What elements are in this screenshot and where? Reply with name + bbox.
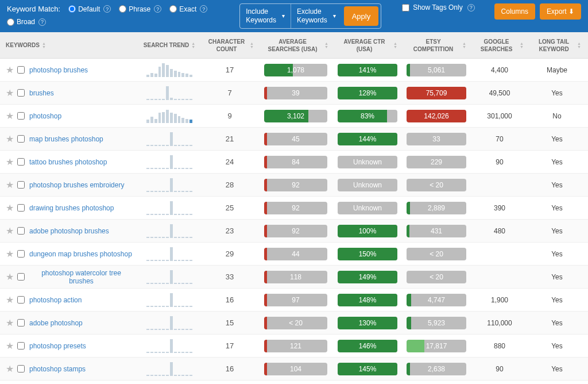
keyword-link[interactable]: drawing brushes photoshop [29,204,114,212]
metric-pill: 75,709 [407,87,466,99]
metric-pill: < 20 [407,248,466,260]
table-row: ★ photoshop presets 17 121 146% 17,817 8… [0,335,588,358]
columns-button[interactable]: Columns [494,3,535,20]
header-keywords[interactable]: KEYWORDS▲▼ [0,39,138,51]
metric-pill: 33 [407,133,466,145]
sort-icon: ▲▼ [191,42,195,49]
exclude-keywords-dropdown[interactable]: Exclude Keywords▾ [291,4,342,28]
row-checkbox[interactable] [17,227,25,235]
character-count-value: 24 [226,158,234,166]
keyword-link[interactable]: photoshop brushes embroidery [29,181,124,189]
metric-pill: 150% [338,248,397,260]
radio-exact[interactable]: Exact? [169,5,207,13]
help-icon[interactable]: ? [154,5,161,13]
metric-pill: 92 [264,225,327,237]
metric-pill: 5,923 [407,317,466,329]
row-checkbox[interactable] [17,66,25,74]
star-icon[interactable]: ★ [6,294,14,305]
export-button[interactable]: Export ⬇ [540,3,581,20]
apply-button[interactable]: Apply [344,6,379,26]
table-row: ★ tattoo brushes photoshop 24 84 Unknown… [0,151,588,174]
sparkline [146,63,192,77]
metric-pill: < 20 [407,179,466,191]
keyword-filter-box: Include Keywords▾ Exclude Keywords▾ Appl… [239,3,381,29]
star-icon[interactable]: ★ [6,248,14,259]
star-icon[interactable]: ★ [6,64,14,75]
keyword-link[interactable]: adobe photoshop brushes [29,227,109,235]
sparkline [146,86,192,100]
row-checkbox[interactable] [17,342,25,350]
header-character-count[interactable]: CHARACTER COUNT▲▼ [201,36,258,55]
keyword-link[interactable]: dungeon map brushes photoshop [29,250,132,258]
star-icon[interactable]: ★ [6,363,14,374]
metric-pill: 128% [338,87,397,99]
star-icon[interactable]: ★ [6,271,14,282]
header-google-searches[interactable]: GOOGLE SEARCHES▲▼ [471,36,528,55]
radio-phrase[interactable]: Phrase? [119,5,161,13]
metric-pill: 145% [338,363,397,375]
row-checkbox[interactable] [17,112,25,120]
character-count-value: 16 [226,364,234,373]
character-count-value: 15 [226,318,234,327]
keyword-link[interactable]: tattoo brushes photoshop [29,158,107,166]
table-header: KEYWORDS▲▼ SEARCH TREND▲▼ CHARACTER COUN… [0,32,588,59]
long-tail-value: Yes [551,365,563,373]
google-searches-value: 301,000 [487,112,512,120]
metric-pill: 45 [264,133,327,145]
row-checkbox[interactable] [17,250,25,258]
row-checkbox[interactable] [17,296,25,304]
google-searches-value: 480 [494,227,505,235]
radio-default[interactable]: Default? [68,5,111,13]
help-icon[interactable]: ? [200,5,207,13]
row-checkbox[interactable] [17,273,25,281]
sort-icon: ▲▼ [462,42,466,49]
help-icon[interactable]: ? [467,4,475,11]
show-tags-only-checkbox[interactable]: Show Tags Only? [402,3,475,11]
header-etsy-competition[interactable]: ETSY COMPETITION▲▼ [402,36,471,55]
row-checkbox[interactable] [17,158,25,166]
star-icon[interactable]: ★ [6,202,14,213]
table-row: ★ map brushes photoshop 21 45 144% 33 70… [0,128,588,151]
radio-broad[interactable]: Broad? [7,18,46,26]
long-tail-value: Yes [551,342,563,350]
star-icon[interactable]: ★ [6,156,14,167]
row-checkbox[interactable] [17,365,25,373]
keyword-link[interactable]: photoshop [29,112,61,120]
sparkline [146,178,192,192]
metric-pill: 2,889 [407,202,466,214]
star-icon[interactable]: ★ [6,110,14,121]
character-count-value: 29 [226,249,234,258]
row-checkbox[interactable] [17,204,25,212]
sort-icon: ▲▼ [393,42,397,49]
star-icon[interactable]: ★ [6,317,14,328]
row-checkbox[interactable] [17,89,25,97]
keyword-link[interactable]: photoshop presets [29,342,86,350]
metric-pill: < 20 [264,317,327,329]
help-icon[interactable]: ? [38,18,46,26]
sparkline [146,132,192,146]
keyword-link[interactable]: photoshop stamps [29,365,86,373]
row-checkbox[interactable] [17,319,25,327]
keyword-link[interactable]: photoshop watercolor tree brushes [29,269,133,285]
character-count-value: 9 [227,112,231,120]
header-avg-ctr[interactable]: AVERAGE CTR (USA)▲▼ [333,36,402,55]
header-trend[interactable]: SEARCH TREND▲▼ [138,39,201,51]
row-checkbox[interactable] [17,135,25,143]
star-icon[interactable]: ★ [6,225,14,236]
header-long-tail[interactable]: LONG TAIL KEYWORD▲▼ [528,36,586,55]
keyword-link[interactable]: photoshop brushes [29,66,88,74]
star-icon[interactable]: ★ [6,87,14,98]
keyword-link[interactable]: adobe photoshop [29,319,83,327]
keyword-link[interactable]: map brushes photoshop [29,135,103,143]
help-icon[interactable]: ? [103,5,111,13]
include-keywords-dropdown[interactable]: Include Keywords▾ [240,4,291,28]
star-icon[interactable]: ★ [6,340,14,351]
star-icon[interactable]: ★ [6,179,14,190]
keyword-link[interactable]: photoshop action [29,296,82,304]
row-checkbox[interactable] [17,181,25,189]
star-icon[interactable]: ★ [6,133,14,144]
character-count-value: 33 [226,272,234,281]
keyword-link[interactable]: brushes [29,89,54,97]
long-tail-value: Maybe [547,66,567,74]
header-avg-searches[interactable]: AVERAGE SEARCHES (USA)▲▼ [258,36,333,55]
